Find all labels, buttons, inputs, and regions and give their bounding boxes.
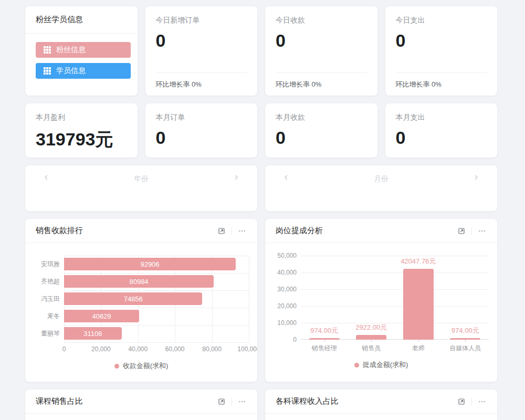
sales-ranking-header: 销售收款排行 [25,219,257,243]
commission-analysis-title: 岗位提成分析 [276,226,323,236]
more-icon[interactable] [477,397,487,406]
stat-card-month-received: 本月收款 0 [265,103,377,158]
stat-footer: 环比增长率 0% [156,72,247,96]
bar-value-label: 974.00元 [452,326,479,335]
stat-value: 0 [276,30,367,51]
gridline [64,308,249,308]
stat-title: 本月收款 [276,113,367,122]
expand-icon[interactable] [217,226,226,236]
carousel-label: 月份 [265,174,497,184]
commission-analysis-card: 岗位提成分析 50,00040,00030,00020,00010,000097… [265,219,497,382]
more-icon[interactable] [237,397,247,406]
stat-title: 本月盈利 [36,113,127,122]
stat-value: 0 [396,30,487,51]
x-tick-label: 100,000 [237,345,257,353]
axis-tick [465,340,466,342]
grid-icon [43,66,52,76]
header-actions [457,226,487,236]
header-actions [217,226,247,236]
gridline [64,290,249,291]
fans-info-label: 粉丝信息 [56,45,86,55]
commission-analysis-plot: 50,00040,00030,00020,00010,0000974.00元29… [301,256,489,340]
legend-label: 提成金额(求和) [363,360,408,370]
bar: 80984 [64,275,214,288]
gridline [301,306,489,307]
category-label: 齐艳超 [34,273,60,290]
category-label: 冯玉田 [34,290,60,308]
bar-value-label: 974.00元 [310,326,338,335]
bar-value-label: 2922.00元 [355,323,387,332]
y-tick-label: 50,000 [274,252,297,259]
bar: 74856 [64,292,202,305]
dashboard-grid: 粉丝学员信息 粉丝信息 学员信息 今日新增订单 0 [0,0,525,420]
stat-card-today-received: 今日收款 0 环比增长率 0% [265,6,377,96]
y-tick-label: 30,000 [274,286,297,293]
gridline [249,256,249,342]
bar-value-label: 74856 [124,295,143,303]
gridline [64,273,249,274]
course-sales-share-header: 课程销售占比 [25,390,257,414]
category-label: 麦冬 [34,308,60,325]
chevron-right-icon[interactable] [472,173,480,182]
expand-icon[interactable] [457,226,466,236]
course-sales-share-card: 课程销售占比 [25,390,257,420]
stat-value: 319793元 [36,128,127,152]
fans-info-button[interactable]: 粉丝信息 [36,42,131,58]
stat-card-month-expense: 本月支出 0 [385,103,498,158]
fan-card-header: 粉丝学员信息 [25,6,138,34]
y-tick-label: 10,000 [274,319,297,327]
bar-value-label: 42047.76元 [401,257,436,266]
stat-value: 0 [276,128,367,148]
chevron-right-icon[interactable] [232,173,240,182]
expand-icon[interactable] [457,397,466,406]
course-sales-share-title: 课程销售占比 [36,396,83,406]
commission-analysis-body: 50,00040,00030,00020,00010,0000974.00元29… [265,243,497,370]
course-income-share-title: 各科课程收入占比 [276,396,339,406]
legend-dot [114,364,119,369]
more-icon[interactable] [477,226,487,236]
stat-footer: 环比增长率 0% [276,72,367,96]
bar: 40629 [64,310,139,322]
icon-divider [232,398,232,405]
gridline [301,289,489,290]
category-label: 董丽琴 [34,325,60,342]
gridline [301,323,489,323]
more-icon[interactable] [237,226,247,236]
bar-value-label: 40629 [92,312,111,320]
grid-icon [43,45,52,55]
legend-label: 收款金额(求和) [123,361,169,371]
stat-footer: 环比增长率 0% [396,72,487,96]
bar-value-label: 31108 [83,330,102,338]
x-tick-label: 0 [62,345,66,353]
bar-value-label: 80984 [129,278,148,286]
fan-student-card: 粉丝学员信息 粉丝信息 学员信息 [25,6,138,96]
course-income-share-header: 各科课程收入占比 [265,390,497,414]
year-carousel: 年份 [25,165,257,211]
sales-ranking-body: 安琪雅92906齐艳超80984冯玉田74856麦冬40629董丽琴31108 … [25,243,257,371]
fan-card-title: 粉丝学员信息 [36,15,83,25]
sales-ranking-title: 销售收款排行 [36,226,83,236]
icon-divider [232,227,232,235]
icon-divider [471,227,472,235]
stat-card-month-profit: 本月盈利 319793元 [25,103,138,158]
expand-icon[interactable] [217,397,226,406]
stat-value: 0 [156,30,247,51]
students-info-button[interactable]: 学员信息 [36,63,131,79]
bar-value-label: 92906 [140,260,159,268]
category-label: 安琪雅 [34,256,60,273]
icon-divider [471,398,472,405]
stat-title: 今日支出 [396,16,487,25]
bar [356,335,386,340]
stat-card-month-orders: 本月订单 0 [145,103,258,158]
gridline [301,256,489,256]
header-actions [457,397,487,406]
month-carousel: 月份 [265,165,497,211]
commission-analysis-header: 岗位提成分析 [265,219,497,243]
axis-tick [418,340,419,342]
header-actions [217,397,247,406]
y-tick-label: 20,000 [274,302,297,310]
students-info-label: 学员信息 [56,66,86,76]
stat-card-today-new-orders: 今日新增订单 0 环比增长率 0% [145,6,258,96]
gridline [64,325,249,326]
y-tick-label: 40,000 [274,269,297,276]
